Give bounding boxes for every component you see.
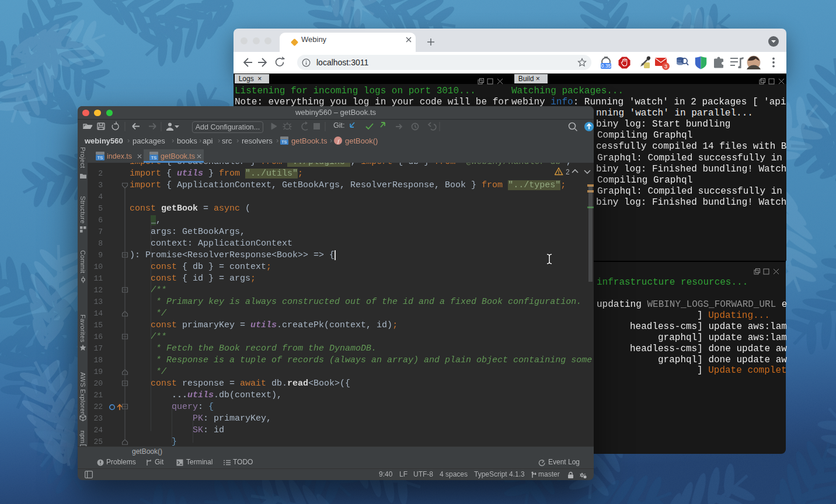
svg-text:TS: TS xyxy=(151,155,157,160)
svg-text:TS: TS xyxy=(97,155,103,160)
svg-text:2: 2 xyxy=(566,168,570,176)
svg-text:TS: TS xyxy=(282,140,287,144)
svg-text:0.35: 0.35 xyxy=(601,63,611,69)
svg-text:!: ! xyxy=(558,169,560,175)
svg-text:3: 3 xyxy=(664,64,667,69)
